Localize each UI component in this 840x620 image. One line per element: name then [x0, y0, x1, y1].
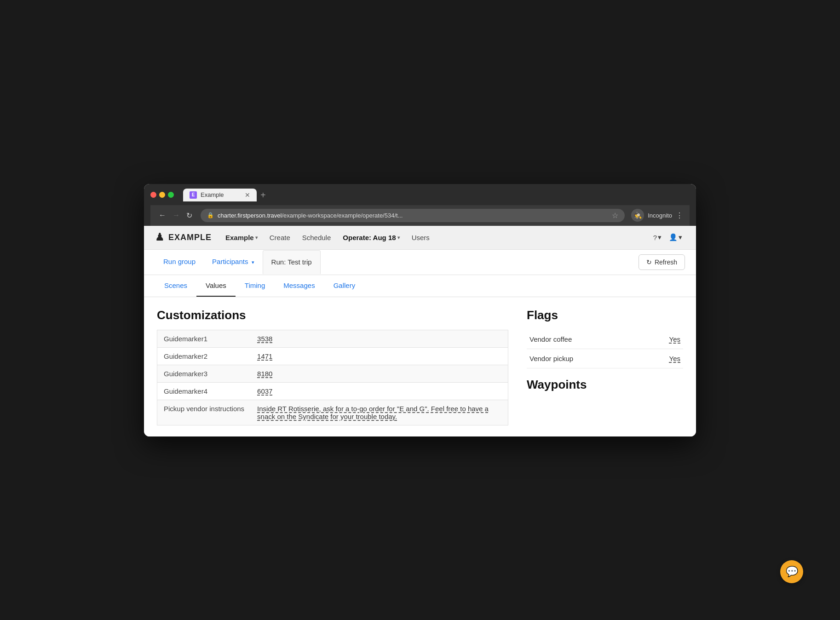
flag-label: Vendor coffee [527, 330, 644, 349]
nav-item-schedule-label: Schedule [302, 234, 331, 241]
tab-gallery-label: Gallery [334, 281, 356, 289]
row-value[interactable]: 6037 [251, 382, 508, 400]
tab-favicon: E [190, 191, 197, 199]
incognito-icon: 🕵 [631, 209, 644, 222]
app-nav: Example ▾ Create Schedule Operate: Aug 1… [221, 231, 641, 244]
nav-item-example-label: Example [225, 234, 254, 241]
tab-gallery[interactable]: Gallery [324, 275, 365, 297]
tab-scenes-label: Scenes [164, 281, 187, 289]
lock-icon: 🔒 [207, 212, 214, 218]
url-path: /example-workspace/example/operate/534/t… [282, 212, 403, 219]
user-icon: 👤 [669, 233, 678, 241]
page-tabs: Scenes Values Timing Messages Gallery [144, 275, 696, 297]
sub-nav-participants-label: Participants [212, 258, 248, 265]
browser-menu-button[interactable]: ⋮ [676, 211, 683, 220]
user-button[interactable]: 👤 ▾ [666, 231, 685, 243]
reload-button[interactable]: ↻ [184, 210, 194, 221]
help-chevron: ▾ [658, 233, 662, 241]
row-label: Pickup vendor instructions [157, 400, 251, 425]
bookmark-button[interactable]: ☆ [612, 211, 618, 220]
table-row: Vendor coffee Yes [527, 330, 683, 349]
sub-nav-left: Run group Participants ▾ Run: Test trip [155, 250, 639, 274]
table-row: Guidemarker3 8180 [157, 365, 508, 382]
help-button[interactable]: ? ▾ [650, 231, 664, 243]
help-icon: ? [653, 234, 657, 241]
minimize-traffic-light[interactable] [159, 192, 165, 198]
tab-title: Example [201, 191, 224, 198]
table-row: Pickup vendor instructions Inside RT Rot… [157, 400, 508, 425]
close-traffic-light[interactable] [150, 192, 156, 198]
tab-scenes[interactable]: Scenes [155, 275, 196, 297]
chat-icon: 💬 [786, 566, 798, 578]
tab-timing[interactable]: Timing [236, 275, 274, 297]
traffic-lights [150, 192, 174, 198]
row-label: Guidemarker3 [157, 365, 251, 382]
app-header: ♟ EXAMPLE Example ▾ Create Schedule Oper… [144, 226, 696, 250]
nav-item-example[interactable]: Example ▾ [221, 231, 262, 244]
nav-item-create-label: Create [270, 234, 290, 241]
browser-window: E Example ✕ + ← → ↻ 🔒 charter.firstperso… [144, 184, 696, 436]
title-bar: E Example ✕ + ← → ↻ 🔒 charter.firstperso… [144, 184, 696, 226]
flag-label: Vendor pickup [527, 349, 644, 368]
incognito-area: 🕵 Incognito ⋮ [631, 209, 683, 222]
sub-nav-right: ↻ Refresh [639, 250, 685, 275]
table-row: Guidemarker4 6037 [157, 382, 508, 400]
sub-nav-run-test-trip-label: Run: Test trip [271, 258, 312, 266]
flags-title: Flags [527, 308, 683, 322]
chat-fab-button[interactable]: 💬 [780, 560, 803, 583]
nav-item-operate-chevron: ▾ [397, 235, 400, 240]
nav-item-create[interactable]: Create [265, 231, 295, 244]
tab-messages-label: Messages [283, 281, 315, 289]
browser-tabs: E Example ✕ + [183, 189, 690, 201]
refresh-label: Refresh [655, 258, 677, 266]
row-label: Guidemarker4 [157, 382, 251, 400]
flag-value[interactable]: Yes [644, 349, 683, 368]
row-value[interactable]: 8180 [251, 365, 508, 382]
tab-values-label: Values [206, 281, 226, 289]
left-column: Customizations Guidemarker1 3538 Guidema… [157, 308, 508, 425]
url-text: charter.firstperson.travel/example-works… [218, 212, 403, 219]
tab-messages[interactable]: Messages [274, 275, 324, 297]
refresh-icon: ↻ [646, 258, 652, 266]
maximize-traffic-light[interactable] [168, 192, 174, 198]
main-content: Customizations Guidemarker1 3538 Guidema… [144, 297, 696, 436]
row-label: Guidemarker2 [157, 347, 251, 365]
row-value[interactable]: Inside RT Rotisserie, ask for a to-go or… [251, 400, 508, 425]
url-host: charter.firstperson.travel [218, 212, 282, 219]
app-logo: ♟ EXAMPLE [155, 231, 212, 243]
row-value[interactable]: 3538 [251, 330, 508, 347]
tab-values[interactable]: Values [196, 275, 236, 297]
browser-tab-example[interactable]: E Example ✕ [183, 189, 257, 201]
app-logo-icon: ♟ [155, 231, 165, 243]
tab-close-button[interactable]: ✕ [245, 192, 250, 198]
nav-item-operate[interactable]: Operate: Aug 18 ▾ [338, 231, 404, 244]
waypoints-title: Waypoints [527, 378, 683, 392]
tab-timing-label: Timing [245, 281, 265, 289]
sub-nav-run-group-label: Run group [163, 258, 196, 265]
app-header-right: ? ▾ 👤 ▾ [650, 231, 685, 243]
sub-nav-participants-arrow: ▾ [252, 259, 254, 265]
forward-button[interactable]: → [171, 210, 182, 220]
incognito-label: Incognito [648, 212, 672, 219]
row-label: Guidemarker1 [157, 330, 251, 347]
nav-item-schedule[interactable]: Schedule [298, 231, 336, 244]
flag-value[interactable]: Yes [644, 330, 683, 349]
user-chevron: ▾ [679, 233, 682, 241]
back-button[interactable]: ← [157, 210, 168, 220]
new-tab-button[interactable]: + [257, 190, 270, 200]
url-bar[interactable]: 🔒 charter.firstperson.travel/example-wor… [201, 209, 625, 222]
sub-nav-run-test-trip[interactable]: Run: Test trip [263, 250, 321, 274]
nav-item-users[interactable]: Users [407, 231, 434, 244]
sub-nav-participants[interactable]: Participants ▾ [204, 250, 263, 274]
table-row: Vendor pickup Yes [527, 349, 683, 368]
sub-nav-run-group[interactable]: Run group [155, 250, 204, 274]
refresh-button[interactable]: ↻ Refresh [639, 254, 685, 270]
address-bar: ← → ↻ 🔒 charter.firstperson.travel/examp… [150, 205, 690, 226]
row-value[interactable]: 1471 [251, 347, 508, 365]
app-content: ♟ EXAMPLE Example ▾ Create Schedule Oper… [144, 226, 696, 436]
nav-item-users-label: Users [412, 234, 430, 241]
right-column: Flags Vendor coffee Yes Vendor pickup Ye… [527, 308, 683, 425]
flags-table: Vendor coffee Yes Vendor pickup Yes [527, 330, 683, 368]
nav-item-operate-label: Operate: Aug 18 [343, 234, 396, 241]
sub-nav: Run group Participants ▾ Run: Test trip … [144, 250, 696, 275]
